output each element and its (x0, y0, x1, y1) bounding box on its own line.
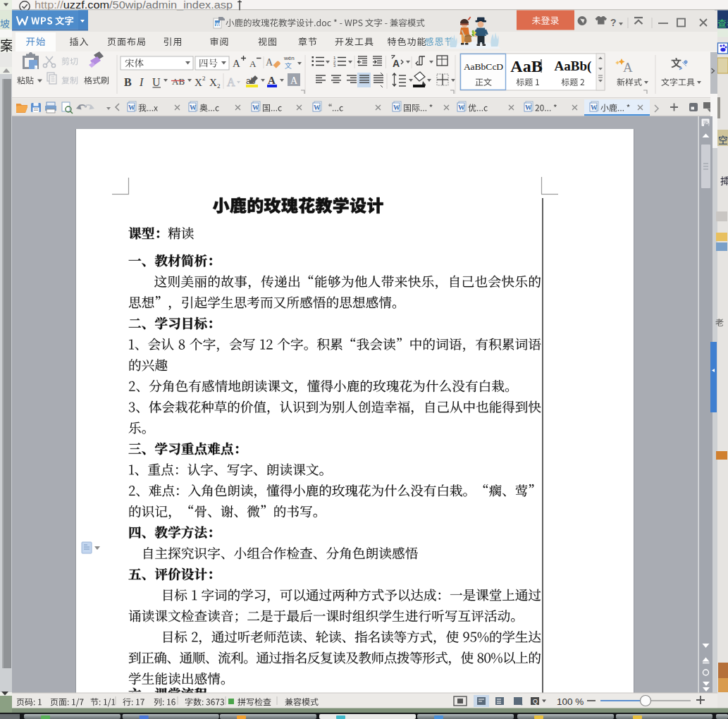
svg-text:W: W (314, 104, 321, 111)
svg-text:A: A (233, 58, 240, 69)
svg-text:Q: Q (533, 698, 538, 705)
svg-text:W: W (458, 104, 465, 111)
svg-text:W: W (128, 104, 135, 111)
svg-text:AaB: AaB (510, 57, 542, 75)
svg-text:W: W (525, 104, 532, 111)
svg-text:I: I (139, 76, 144, 88)
svg-text:AB: AB (172, 76, 185, 87)
svg-text:X: X (209, 77, 217, 88)
svg-text:2: 2 (217, 82, 221, 90)
svg-text:A: A (266, 57, 273, 68)
svg-text:wén: wén (283, 55, 295, 61)
svg-text:A: A (227, 76, 235, 88)
svg-text:X: X (195, 77, 202, 88)
svg-text:W: W (252, 104, 259, 111)
svg-text:A: A (249, 59, 257, 69)
svg-text:W: W (393, 104, 400, 111)
svg-text:AaBbCcD: AaBbCcD (464, 61, 503, 72)
svg-text:A: A (268, 75, 276, 86)
svg-text:AaBb(: AaBb( (555, 59, 592, 74)
svg-text:B: B (124, 76, 132, 88)
svg-text:http://uzzf.com/50wip/admin_in: http://uzzf.com/50wip/admin_index.asp (35, 0, 233, 11)
svg-text:?: ? (610, 17, 617, 28)
svg-text:A: A (623, 60, 633, 75)
svg-text:A: A (290, 75, 298, 86)
svg-text:100 %: 100 % (557, 696, 584, 707)
svg-text:A: A (393, 58, 400, 69)
svg-text:2: 2 (202, 75, 206, 82)
svg-text:W: W (190, 104, 197, 111)
svg-text:W: W (216, 22, 221, 27)
svg-text:U: U (152, 76, 161, 88)
svg-text:W: W (591, 104, 598, 111)
